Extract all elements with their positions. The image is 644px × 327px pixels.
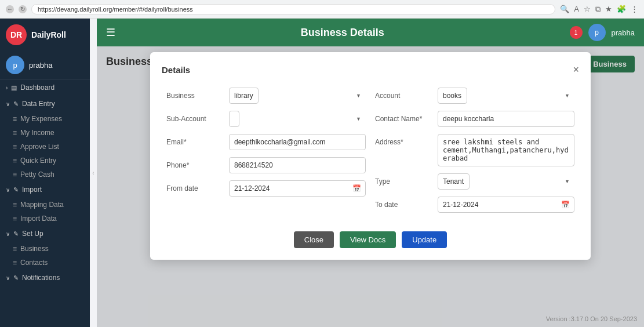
notification-button[interactable]: 1: [570, 26, 583, 39]
url-bar[interactable]: https://devang.dailyroll.org/member/#/da…: [31, 4, 555, 14]
sidebar-collapse-handle[interactable]: ‹: [90, 19, 97, 327]
sidebar-sub-label: Contacts: [20, 259, 48, 267]
sidebar-item-label: Notifications: [22, 274, 60, 282]
sidebar-item-contacts[interactable]: ≡ Contacts: [0, 256, 90, 270]
address-textarea[interactable]: sree lakshmi steels and cement,Muthangi,…: [438, 134, 574, 166]
business-select[interactable]: library: [229, 88, 259, 104]
contact-name-label: Contact Name*: [375, 111, 433, 123]
form-col-left: Business library Sub-Account: [162, 85, 370, 222]
bell-icon: ✎: [13, 274, 19, 282]
sidebar-item-my-income[interactable]: ≡ My Income: [0, 126, 90, 140]
contact-name-field-row: Contact Name*: [375, 111, 574, 127]
list-icon: ≡: [13, 245, 17, 253]
form-col-right: Account books Contact Name*: [370, 85, 579, 222]
sidebar-item-approve-list[interactable]: ≡ Approve List: [0, 140, 90, 154]
type-select-wrapper: Tenant: [438, 173, 574, 190]
sidebar-item-data-entry[interactable]: ∨ ✎ Data Entry: [0, 96, 90, 112]
sidebar-item-import[interactable]: ∨ ✎ Import: [0, 181, 90, 198]
font-icon[interactable]: A: [574, 5, 579, 14]
list-icon: ≡: [13, 129, 17, 137]
to-date-wrapper: 📅: [438, 197, 574, 213]
form-grid: Business library Sub-Account: [162, 85, 579, 222]
update-button[interactable]: Update: [402, 231, 447, 248]
extensions-icon[interactable]: 🧩: [617, 5, 626, 14]
sidebar-sub-label: My Income: [20, 129, 54, 137]
view-docs-button[interactable]: View Docs: [340, 231, 396, 248]
sidebar-item-mapping-data[interactable]: ≡ Mapping Data: [0, 198, 90, 212]
close-button[interactable]: Close: [294, 231, 334, 248]
sidebar-header: DR DailyRoll: [0, 19, 90, 51]
sidebar-item-my-expenses[interactable]: ≡ My Expenses: [0, 112, 90, 126]
sidebar-item-set-up[interactable]: ∨ ✎ Set Up: [0, 226, 90, 242]
modal-header: Details ×: [162, 64, 579, 76]
sidebar-item-import-data[interactable]: ≡ Import Data: [0, 212, 90, 226]
sidebar-sub-label: Petty Cash: [20, 170, 54, 179]
browser-bar: ← ↻ https://devang.dailyroll.org/member/…: [0, 0, 644, 19]
list-icon: ≡: [13, 259, 17, 267]
sidebar-sub-label: Quick Entry: [20, 157, 56, 165]
refresh-button[interactable]: ↻: [19, 5, 27, 13]
bookmark-icon[interactable]: ★: [605, 5, 612, 14]
version-info: Version :3.17.0 On 20 Sep-2023: [546, 315, 637, 322]
type-label: Type: [375, 173, 433, 186]
sidebar-item-label: Dashboard: [20, 83, 54, 92]
header-user-name: prabha: [612, 28, 635, 37]
hamburger-icon[interactable]: ☰: [106, 26, 115, 39]
list-icon: ≡: [13, 201, 17, 209]
list-icon: ≡: [13, 215, 17, 223]
sidebar-item-dashboard[interactable]: › ▤ Dashboard: [0, 79, 90, 96]
sidebar-sub-label: Import Data: [20, 215, 57, 223]
brand-name: DailyRoll: [31, 30, 66, 39]
phone-field-row: Phone*: [166, 157, 366, 173]
sidebar-item-label: Import: [22, 186, 42, 194]
logo-icon: DR: [6, 24, 27, 45]
modal-close-button[interactable]: ×: [573, 64, 579, 76]
calendar-icon[interactable]: 📅: [352, 184, 361, 192]
to-date-input[interactable]: [438, 197, 574, 213]
sidebar-sub-label: My Expenses: [20, 115, 62, 123]
caret-icon: ∨: [6, 231, 10, 237]
sidebar-item-petty-cash[interactable]: ≡ Petty Cash: [0, 168, 90, 181]
list-icon: ≡: [13, 170, 17, 179]
zoom-icon[interactable]: 🔍: [560, 5, 569, 14]
browser-icons: 🔍 A ☆ ⧉ ★ 🧩 ⋮: [560, 5, 638, 14]
list-icon: ≡: [13, 115, 17, 123]
layout-icon[interactable]: ⧉: [595, 5, 601, 14]
business-field-row: Business library: [166, 88, 366, 104]
from-date-wrapper: 📅: [229, 180, 366, 197]
modal-backdrop: Details × Business library: [97, 46, 644, 327]
email-field-row: Email*: [166, 134, 366, 150]
back-button[interactable]: ←: [6, 5, 14, 13]
caret-icon: ∨: [6, 187, 10, 193]
sub-account-label: Sub-Account: [166, 111, 224, 123]
account-select[interactable]: books: [438, 88, 467, 104]
caret-icon: ›: [6, 85, 8, 91]
sidebar-item-notifications[interactable]: ∨ ✎ Notifications: [0, 270, 90, 286]
sidebar-item-quick-entry[interactable]: ≡ Quick Entry: [0, 154, 90, 168]
star-icon[interactable]: ☆: [584, 5, 591, 14]
modal-footer: Close View Docs Update: [162, 231, 579, 248]
from-date-input[interactable]: [229, 180, 366, 197]
from-date-field-row: From date 📅: [166, 180, 366, 197]
list-icon: ≡: [13, 157, 17, 165]
sub-account-select[interactable]: [229, 111, 239, 127]
dashboard-icon: ▤: [11, 84, 17, 92]
email-input[interactable]: [229, 134, 366, 150]
modal-title: Details: [162, 65, 190, 75]
edit-icon: ✎: [13, 100, 19, 108]
business-label: Business: [166, 88, 224, 100]
setup-icon: ✎: [13, 230, 19, 238]
from-date-label: From date: [166, 180, 224, 192]
email-label: Email*: [166, 134, 224, 146]
contact-name-input[interactable]: [438, 111, 574, 127]
phone-input[interactable]: [229, 157, 366, 173]
main-area: ☰ Business Details 1 p prabha Business D…: [97, 19, 644, 327]
menu-icon[interactable]: ⋮: [631, 5, 638, 14]
business-select-wrapper: library: [229, 88, 366, 104]
calendar-icon[interactable]: 📅: [561, 201, 570, 209]
sidebar-item-business[interactable]: ≡ Business: [0, 242, 90, 256]
type-field-row: Type Tenant: [375, 173, 574, 190]
type-select[interactable]: Tenant: [438, 173, 470, 190]
user-section: p prabha: [0, 51, 90, 79]
to-date-field-row: To date 📅: [375, 197, 574, 213]
